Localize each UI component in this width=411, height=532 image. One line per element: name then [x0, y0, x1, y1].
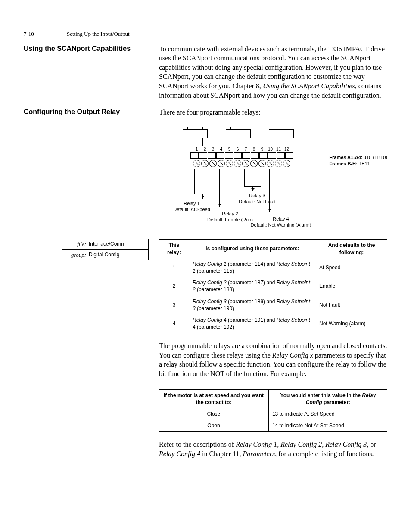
- chapter-title: Setting Up the Input/Output: [67, 30, 130, 38]
- section-body-scanport: To communicate with external devices suc…: [159, 44, 387, 100]
- terminal-screw-icon: [218, 160, 225, 167]
- table-row: 2: [159, 277, 189, 296]
- relay1-label: Relay 1: [164, 201, 220, 206]
- terminal-screw-icon: [193, 160, 200, 167]
- terminal-block-diagram: 123456789101112 Relay 1 Default: At Spee…: [183, 129, 294, 230]
- terminal-screw-icon: [275, 160, 282, 167]
- relay4-default: Default: Not Warning (Alarm): [246, 222, 315, 228]
- page-number: 7-10: [24, 30, 67, 38]
- relay-intro: There are four programmable relays:: [159, 108, 387, 117]
- section-heading-relay: Configuring the Output Relay: [24, 108, 154, 117]
- relay-config-table: This relay: Is configured using these pa…: [159, 239, 387, 333]
- terminal-screw-icon: [283, 160, 290, 167]
- table-row: 1: [159, 258, 189, 277]
- table-row: 3: [159, 296, 189, 314]
- relay4-label: Relay 4: [246, 216, 315, 222]
- terminal-screw-icon: [250, 160, 258, 167]
- relay3-default: Default: Not Fault: [229, 199, 285, 205]
- page-header: 7-10 Setting Up the Input/Output: [24, 30, 387, 39]
- table-row: 4: [159, 314, 189, 333]
- terminal-screw-icon: [234, 160, 241, 167]
- section-heading-scanport: Using the SCANport Capabilities: [24, 44, 154, 53]
- terminal-screw-icon: [258, 160, 266, 167]
- frames-note: Frames A1-A4: J10 (TB10) Frames B-H: TB1…: [329, 154, 387, 168]
- terminal-screw-icon: [267, 160, 274, 167]
- terminal-screw-icon: [201, 160, 209, 167]
- terminal-screw-icon: [242, 160, 249, 167]
- relay3-label: Relay 3: [229, 193, 285, 199]
- file-group-box: file:Interface/Comm group:Digital Config: [62, 239, 149, 260]
- terminal-screw-icon: [226, 160, 233, 167]
- refer-para: Refer to the descriptions of Relay Confi…: [159, 440, 387, 458]
- terminal-screw-icon: [209, 160, 217, 167]
- contact-example-table: If the motor is at set speed and you wan…: [159, 389, 387, 432]
- relay-explain-para: The programmable relays are a combinatio…: [159, 341, 387, 378]
